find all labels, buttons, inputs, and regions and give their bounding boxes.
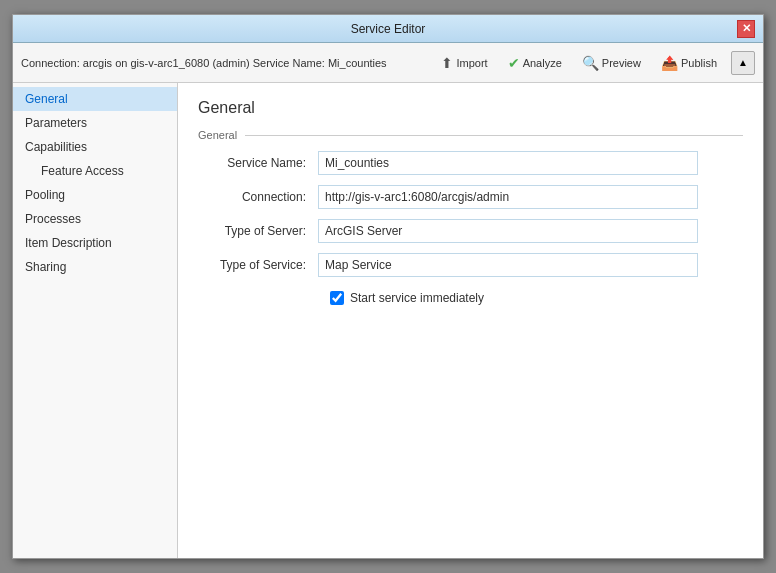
type-server-input[interactable] <box>318 219 698 243</box>
window-title: Service Editor <box>39 22 737 36</box>
preview-icon: 🔍 <box>582 55 599 71</box>
import-button[interactable]: ⬆ Import <box>435 52 493 74</box>
connection-label: Connection: <box>198 190 318 204</box>
type-service-row: Type of Service: <box>198 253 743 277</box>
toolbar: Connection: arcgis on gis-v-arc1_6080 (a… <box>13 43 763 83</box>
sidebar-item-item-description[interactable]: Item Description <box>13 231 177 255</box>
toolbar-actions: ⬆ Import ✔ Analyze 🔍 Preview 📤 Publish ▲ <box>435 51 755 75</box>
sidebar-item-parameters[interactable]: Parameters <box>13 111 177 135</box>
sidebar-item-sharing[interactable]: Sharing <box>13 255 177 279</box>
type-service-label: Type of Service: <box>198 258 318 272</box>
sidebar-item-pooling[interactable]: Pooling <box>13 183 177 207</box>
collapse-button[interactable]: ▲ <box>731 51 755 75</box>
start-service-row: Start service immediately <box>330 291 743 305</box>
type-service-input[interactable] <box>318 253 698 277</box>
service-editor-window: Service Editor ✕ Connection: arcgis on g… <box>12 14 764 559</box>
analyze-button[interactable]: ✔ Analyze <box>502 52 568 74</box>
sidebar-item-capabilities[interactable]: Capabilities <box>13 135 177 159</box>
content-area: General General Service Name: Connection… <box>178 83 763 558</box>
main-content: General Parameters Capabilities Feature … <box>13 83 763 558</box>
sidebar: General Parameters Capabilities Feature … <box>13 83 178 558</box>
page-title: General <box>198 99 743 117</box>
connection-row: Connection: <box>198 185 743 209</box>
analyze-icon: ✔ <box>508 55 520 71</box>
import-icon: ⬆ <box>441 55 453 71</box>
close-button[interactable]: ✕ <box>737 20 755 38</box>
preview-button[interactable]: 🔍 Preview <box>576 52 647 74</box>
section-header: General <box>198 129 743 141</box>
connection-input[interactable] <box>318 185 698 209</box>
start-service-checkbox[interactable] <box>330 291 344 305</box>
type-server-row: Type of Server: <box>198 219 743 243</box>
service-name-label: Service Name: <box>198 156 318 170</box>
type-server-label: Type of Server: <box>198 224 318 238</box>
sidebar-item-processes[interactable]: Processes <box>13 207 177 231</box>
service-name-row: Service Name: <box>198 151 743 175</box>
sidebar-item-general[interactable]: General <box>13 87 177 111</box>
connection-info: Connection: arcgis on gis-v-arc1_6080 (a… <box>21 57 423 69</box>
sidebar-item-feature-access[interactable]: Feature Access <box>13 159 177 183</box>
title-bar: Service Editor ✕ <box>13 15 763 43</box>
service-name-input[interactable] <box>318 151 698 175</box>
publish-icon: 📤 <box>661 55 678 71</box>
start-service-label[interactable]: Start service immediately <box>350 291 484 305</box>
publish-button[interactable]: 📤 Publish <box>655 52 723 74</box>
